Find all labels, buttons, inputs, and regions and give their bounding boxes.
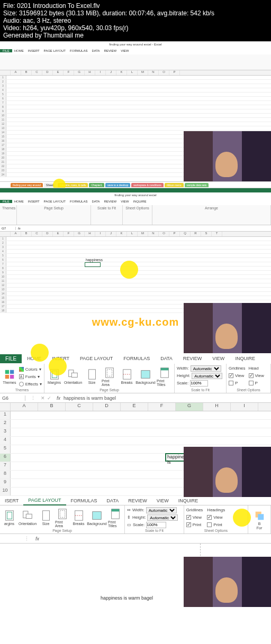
sheet-tab[interactable]: finding your way around bbox=[11, 183, 43, 187]
tab-review[interactable]: REVIEW bbox=[102, 200, 119, 203]
tab-data[interactable]: DATA bbox=[89, 200, 102, 203]
breaks-button[interactable]: Breaks bbox=[119, 369, 134, 384]
tab-insert[interactable]: ISERT bbox=[0, 496, 23, 505]
print-titles-button[interactable]: Print Titles bbox=[157, 367, 172, 387]
tab-home[interactable]: HOME bbox=[12, 200, 26, 203]
tab-inquire[interactable]: INQUIRE bbox=[174, 496, 203, 505]
fonts-button[interactable]: AFonts▾ bbox=[19, 373, 42, 380]
sheet-tab[interactable]: ribbon menu bbox=[165, 183, 184, 187]
tab-file[interactable]: FILE bbox=[0, 354, 22, 363]
tab-page-layout[interactable]: PAGE LAYOUT bbox=[42, 200, 68, 203]
print-area-icon bbox=[104, 367, 115, 379]
sheet-tab[interactable]: Chapter1 bbox=[89, 183, 104, 187]
gridlines-print-checkbox[interactable]: Print bbox=[186, 521, 203, 528]
headings-view-checkbox[interactable]: View bbox=[207, 514, 225, 521]
svg-rect-8 bbox=[88, 370, 95, 379]
tab-formulas[interactable]: FORMULAS bbox=[118, 354, 155, 363]
tab-view[interactable]: VIEW bbox=[119, 200, 131, 203]
tab-file[interactable]: FILE bbox=[0, 200, 12, 203]
tab-insert[interactable]: INSERT bbox=[26, 49, 42, 52]
scale-input[interactable]: ▭ Scale: bbox=[127, 521, 182, 528]
tab-review[interactable]: REVIEW bbox=[178, 354, 207, 363]
tab-inquire[interactable]: INQUIRE bbox=[131, 200, 149, 203]
video-file-line: File: 0201 Introduction To Excel.flv bbox=[3, 2, 268, 10]
height-select[interactable]: ⇕ Height: Automatic bbox=[127, 514, 182, 521]
thumbnail-panel-1: finding your way around excel - Excel FI… bbox=[0, 41, 271, 188]
print-area-button[interactable]: Print Area bbox=[102, 367, 117, 387]
tab-home[interactable]: HOME bbox=[12, 49, 26, 52]
headings-print-checkbox[interactable]: P bbox=[249, 380, 264, 387]
tab-data[interactable]: DATA bbox=[155, 354, 178, 363]
width-select[interactable]: ⇔ Width: Automatic bbox=[127, 507, 182, 513]
height-select[interactable]: Height: Automatic bbox=[177, 372, 224, 379]
grid-rows[interactable]: 123456789101112131415161718 bbox=[0, 237, 271, 313]
spreadsheet-grid[interactable]: ABCDEFGHIJKLMNOPQRST 1234567891011121314… bbox=[0, 232, 271, 353]
width-select[interactable]: Width: Automatic bbox=[177, 365, 224, 372]
orientation-button[interactable]: Orientation bbox=[64, 369, 82, 384]
margins-button[interactable]: Margins bbox=[47, 369, 62, 384]
print-area-button[interactable]: Print Area bbox=[55, 508, 69, 528]
margins-button[interactable]: argins bbox=[2, 510, 16, 526]
background-button[interactable]: Background bbox=[88, 510, 106, 526]
tab-page-layout[interactable]: PAGE LAYOUT bbox=[23, 496, 66, 505]
spreadsheet-grid[interactable]: ABCDEFGHIJKLMNOP 12345678910111213141516… bbox=[0, 70, 271, 181]
fonts-icon: A bbox=[19, 374, 24, 379]
effects-button[interactable]: Effects▾ bbox=[19, 381, 42, 388]
fx-icon[interactable]: fx bbox=[32, 536, 42, 541]
grid-rows[interactable]: 1 2 3 4 5 6happiness is 7 8 9 10 bbox=[0, 411, 271, 496]
orientation-button[interactable]: Orientation bbox=[19, 510, 37, 526]
scale-input[interactable]: Scale: bbox=[177, 380, 224, 387]
print-titles-button[interactable]: Print Titles bbox=[108, 508, 122, 528]
spreadsheet-grid[interactable]: happiness is warm bagel bbox=[0, 544, 271, 607]
tab-page-layout[interactable]: PAGE LAYOUT bbox=[42, 49, 68, 52]
gridlines-view-checkbox[interactable]: View bbox=[186, 514, 203, 521]
headings-view-checkbox[interactable]: View bbox=[249, 372, 264, 379]
headings-print-checkbox[interactable]: Print bbox=[207, 521, 225, 528]
tab-review[interactable]: REVIEW bbox=[123, 496, 152, 505]
tab-inquire[interactable]: INQUIRE bbox=[230, 354, 260, 363]
colors-button[interactable]: Colors▾ bbox=[19, 366, 42, 373]
active-cell[interactable] bbox=[85, 262, 101, 267]
tab-data[interactable]: DATA bbox=[89, 49, 102, 52]
group-label: Sheet Options bbox=[125, 206, 150, 210]
tab-formulas[interactable]: FORMULAS bbox=[68, 49, 89, 52]
formula-bar: G7 fx bbox=[0, 225, 271, 232]
ribbon-body: Themes Colors▾ AFonts▾ Effects▾ Themes M… bbox=[0, 364, 271, 393]
sheet-tab[interactable]: save to a desktop bbox=[105, 183, 130, 187]
gridlines-view-checkbox[interactable]: View bbox=[229, 372, 246, 379]
fx-icon[interactable]: fx bbox=[16, 227, 23, 230]
sheet-tab[interactable]: workspace & conditions bbox=[131, 183, 164, 187]
tab-data[interactable]: DATA bbox=[102, 496, 124, 505]
tab-page-layout[interactable]: PAGE LAYOUT bbox=[75, 354, 118, 363]
tab-insert[interactable]: INSERT bbox=[26, 200, 42, 203]
size-button[interactable]: Size bbox=[39, 510, 53, 526]
tab-view[interactable]: VIEW bbox=[207, 354, 230, 363]
ribbon-body bbox=[0, 54, 271, 70]
sheet-tab[interactable]: sample data sets bbox=[185, 183, 209, 187]
name-box[interactable]: G6 bbox=[0, 395, 25, 401]
breaks-icon bbox=[73, 510, 85, 521]
breaks-button[interactable]: Breaks bbox=[71, 510, 86, 526]
tab-view[interactable]: VIEW bbox=[152, 496, 174, 505]
sheet-tab[interactable]: columns, rows, & cells bbox=[58, 183, 88, 187]
tab-file[interactable]: FILE bbox=[0, 49, 12, 52]
tab-review[interactable]: REVIEW bbox=[102, 49, 119, 52]
tab-home[interactable]: HOME bbox=[22, 354, 47, 363]
tab-formulas[interactable]: FORMULAS bbox=[66, 496, 102, 505]
gridlines-print-checkbox[interactable]: P bbox=[229, 380, 246, 387]
size-icon bbox=[40, 510, 52, 521]
background-button[interactable]: Background bbox=[137, 369, 155, 384]
size-button[interactable]: Size bbox=[84, 369, 100, 384]
tab-insert[interactable]: INSERT bbox=[47, 354, 75, 363]
formula-text[interactable]: happiness is warm bagel bbox=[64, 395, 116, 401]
fx-icon[interactable]: fx bbox=[53, 395, 64, 401]
sheet-tab[interactable]: Sheet1 bbox=[44, 183, 57, 187]
bring-forward-button[interactable]: BFor bbox=[250, 510, 268, 530]
name-box[interactable]: G7 bbox=[0, 227, 16, 230]
svg-rect-3 bbox=[10, 375, 14, 379]
themes-button[interactable]: Themes bbox=[2, 369, 17, 384]
tab-formulas[interactable]: FORMULAS bbox=[68, 200, 89, 203]
window-title: finding your way around excel - Excel bbox=[0, 42, 271, 47]
tab-view[interactable]: VIEW bbox=[119, 49, 131, 52]
title-bar bbox=[0, 188, 271, 192]
